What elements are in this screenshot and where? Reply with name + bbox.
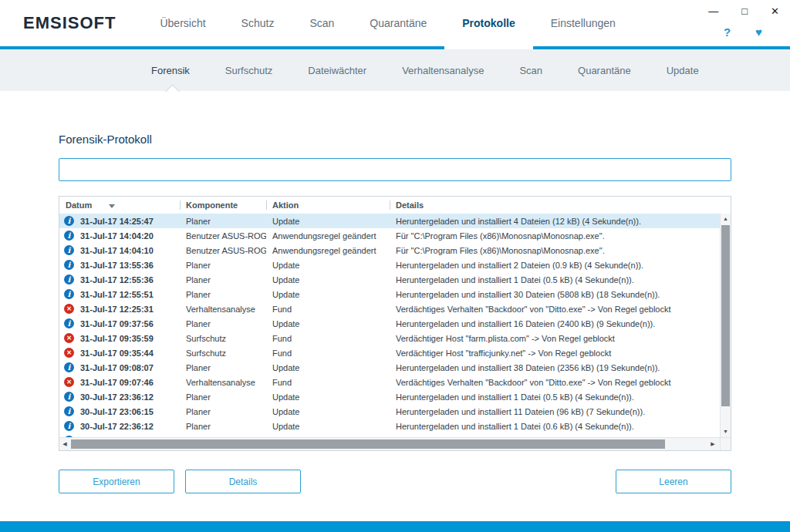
cell-details: Verdächtiges Verhalten "Backdoor" von "D… — [390, 378, 720, 387]
cell-datum: 31-Jul-17 14:25:47 — [80, 217, 154, 226]
scrollbar-corner — [720, 438, 731, 450]
table-row[interactable]: ✕ 31-Jul-17 09:35:44 Surfschutz Fund Ver… — [59, 345, 720, 360]
clear-button[interactable]: Leeren — [616, 470, 731, 493]
info-icon: i — [64, 216, 74, 226]
cell-komponente: Planer — [180, 275, 266, 285]
cell-komponente: Planer — [180, 422, 266, 431]
actions-bar: Exportieren Details Leeren — [59, 470, 731, 493]
table-row[interactable]: i 31-Jul-17 12:55:51 Planer Update Herun… — [59, 287, 720, 301]
subnav-item-surfschutz[interactable]: Surfschutz — [225, 65, 272, 76]
horizontal-scroll-thumb[interactable] — [71, 439, 665, 449]
nav-item-einstellungen[interactable]: Einstellungen — [533, 0, 633, 46]
error-icon: ✕ — [64, 377, 74, 387]
table-row[interactable]: i 31-Jul-17 09:37:56 Planer Update Herun… — [59, 316, 720, 331]
help-icon[interactable]: ? — [724, 25, 731, 39]
nav-item-scan[interactable]: Scan — [292, 0, 352, 46]
main-content: Forensik-Protokoll Datum Komponente Akti… — [0, 133, 790, 493]
cell-komponente: Planer — [180, 363, 266, 372]
cell-datum: 31-Jul-17 12:55:36 — [80, 275, 154, 285]
cell-komponente: Planer — [180, 217, 266, 226]
nav-item-protokolle[interactable]: Protokolle — [444, 0, 532, 46]
column-header-details[interactable]: Details — [390, 197, 731, 214]
table-row[interactable]: i 30-Jul-17 23:36:12 Planer Update Herun… — [59, 389, 720, 404]
table-row[interactable]: i 30-Jul-17 23:06:15 Planer Update Herun… — [59, 404, 720, 419]
table-row[interactable]: i 31-Jul-17 12:55:36 Planer Update Herun… — [59, 272, 720, 287]
vertical-scrollbar[interactable]: ▲ ▼ — [720, 214, 731, 437]
sub-nav: Forensik Surfschutz Dateiwächter Verhalt… — [0, 49, 790, 91]
window-controls: — □ ✕ — [708, 5, 779, 19]
minimize-button[interactable]: — — [708, 5, 718, 19]
info-icon: i — [64, 392, 74, 402]
column-header-aktion[interactable]: Aktion — [266, 197, 390, 214]
scroll-left-icon[interactable]: ◀ — [59, 438, 70, 450]
cell-datum: 31-Jul-17 12:55:51 — [80, 290, 154, 299]
scroll-down-icon[interactable]: ▼ — [721, 426, 731, 437]
subnav-item-quarantaene[interactable]: Quarantäne — [578, 65, 631, 76]
cell-datum: 31-Jul-17 09:08:07 — [80, 363, 154, 372]
cell-details: Verdächtiger Host "trafficjunky.net" -> … — [390, 348, 720, 358]
subnav-item-scan[interactable]: Scan — [519, 65, 542, 76]
vertical-scroll-thumb[interactable] — [721, 225, 730, 406]
subnav-item-verhaltensanalyse[interactable]: Verhaltensanalyse — [402, 65, 484, 76]
cell-aktion: Fund — [266, 305, 390, 314]
close-button[interactable]: ✕ — [771, 5, 779, 19]
maximize-button[interactable]: □ — [741, 5, 748, 19]
info-icon: i — [64, 274, 74, 285]
subnav-item-update[interactable]: Update — [667, 65, 699, 76]
cell-details: Heruntergeladen und installiert 11 Datei… — [390, 407, 720, 416]
cell-komponente: Surfschutz — [180, 334, 266, 343]
cell-datum: 31-Jul-17 09:35:59 — [80, 334, 154, 343]
cell-komponente: Planer — [180, 261, 266, 270]
subnav-item-forensik[interactable]: Forensik — [151, 65, 190, 76]
info-icon: i — [64, 318, 74, 328]
info-icon: i — [64, 289, 74, 299]
table-row[interactable]: i 31-Jul-17 14:25:47 Planer Update Herun… — [59, 214, 720, 228]
scroll-right-icon[interactable]: ▶ — [707, 438, 718, 450]
table-body: i 31-Jul-17 14:25:47 Planer Update Herun… — [59, 214, 731, 437]
cell-aktion: Update — [266, 407, 390, 416]
subnav-item-dateiwaechter[interactable]: Dateiwächter — [308, 65, 366, 76]
table-row[interactable]: ✕ 31-Jul-17 12:25:31 Verhaltensanalyse F… — [59, 301, 720, 316]
filter-input[interactable] — [59, 158, 731, 181]
column-header-datum[interactable]: Datum — [59, 197, 180, 214]
cell-komponente: Planer — [180, 319, 266, 328]
header-icons: ? ♥ — [724, 25, 762, 39]
cell-aktion: Fund — [266, 378, 390, 387]
error-icon: ✕ — [64, 333, 74, 343]
heart-icon[interactable]: ♥ — [755, 25, 762, 39]
sort-descending-icon — [109, 204, 115, 208]
cell-komponente: Verhaltensanalyse — [180, 378, 266, 387]
cell-komponente: Benutzer ASUS-ROG\f — [180, 231, 266, 241]
info-icon: i — [64, 231, 74, 241]
table-row[interactable]: i 31-Jul-17 09:08:07 Planer Update Herun… — [59, 360, 720, 375]
table-row[interactable]: i 31-Jul-17 14:04:20 Benutzer ASUS-ROG\f… — [59, 228, 720, 243]
table-row[interactable]: i 31-Jul-17 13:55:36 Planer Update Herun… — [59, 258, 720, 272]
column-header-komponente[interactable]: Komponente — [180, 197, 266, 214]
page-title: Forensik-Protokoll — [59, 133, 731, 146]
cell-datum: 30-Jul-17 23:06:15 — [80, 407, 154, 416]
table-row[interactable]: i 30-Jul-17 22:36:12 Planer Update Herun… — [59, 419, 720, 433]
cell-details: Heruntergeladen und installiert 30 Datei… — [390, 290, 720, 299]
cell-aktion: Fund — [266, 334, 390, 343]
active-tab-caret-icon — [165, 84, 179, 98]
table-row[interactable]: i 31-Jul-17 14:04:10 Benutzer ASUS-ROG\f… — [59, 243, 720, 258]
table-row[interactable]: ✕ 31-Jul-17 09:35:59 Surfschutz Fund Ver… — [59, 331, 720, 345]
horizontal-scrollbar[interactable]: ◀ ▶ — [59, 437, 731, 450]
export-button[interactable]: Exportieren — [59, 470, 174, 493]
table-row[interactable]: ✕ 31-Jul-17 09:07:46 Verhaltensanalyse F… — [59, 375, 720, 389]
cell-details: Heruntergeladen und installiert 1 Datei … — [390, 275, 720, 285]
cell-komponente: Surfschutz — [180, 348, 266, 358]
cell-details: Für "C:\Program Files (x86)\Monosnap\Mon… — [390, 231, 720, 241]
cell-datum: 31-Jul-17 12:25:31 — [80, 305, 154, 314]
nav-item-uebersicht[interactable]: Übersicht — [142, 0, 223, 46]
details-button[interactable]: Details — [185, 470, 301, 493]
cell-aktion: Update — [266, 290, 390, 299]
nav-item-quarantaene[interactable]: Quarantäne — [352, 0, 444, 46]
cell-details: Heruntergeladen und installiert 1 Datei … — [390, 392, 720, 402]
cell-details: Heruntergeladen und installiert 4 Dateie… — [390, 217, 720, 226]
scroll-up-icon[interactable]: ▲ — [721, 214, 731, 224]
cell-datum: 31-Jul-17 09:07:46 — [80, 378, 154, 387]
nav-item-schutz[interactable]: Schutz — [224, 0, 292, 46]
info-icon: i — [64, 421, 74, 431]
cell-datum: 31-Jul-17 14:04:10 — [80, 246, 154, 255]
